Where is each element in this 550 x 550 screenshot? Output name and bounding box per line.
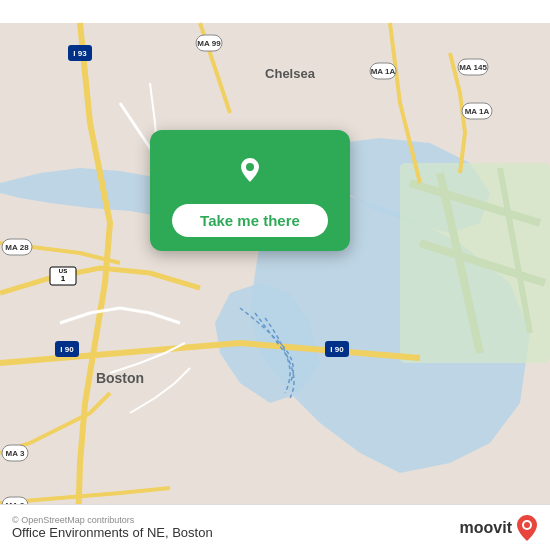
- svg-text:MA 28: MA 28: [5, 243, 29, 252]
- svg-text:MA 1A: MA 1A: [465, 107, 490, 116]
- location-card: Take me there: [150, 130, 350, 251]
- svg-text:Boston: Boston: [96, 370, 144, 386]
- bottom-bar: © OpenStreetMap contributors Office Envi…: [0, 504, 550, 550]
- moovit-text: moovit: [460, 519, 512, 537]
- bottom-left: © OpenStreetMap contributors Office Envi…: [12, 515, 213, 540]
- svg-text:I 90: I 90: [330, 345, 344, 354]
- svg-text:I 90: I 90: [60, 345, 74, 354]
- svg-point-38: [524, 522, 530, 528]
- svg-text:Chelsea: Chelsea: [265, 66, 316, 81]
- moovit-logo: moovit: [460, 514, 538, 542]
- svg-point-36: [246, 163, 254, 171]
- svg-text:1: 1: [61, 274, 66, 283]
- moovit-pin-icon: [516, 514, 538, 542]
- location-pin-icon: [228, 148, 272, 192]
- map-container: I 93 I 90 I 90 US 1 MA 99 MA 1A MA 1A MA…: [0, 0, 550, 550]
- map-background: I 93 I 90 I 90 US 1 MA 99 MA 1A MA 1A MA…: [0, 0, 550, 550]
- svg-text:I 93: I 93: [73, 49, 87, 58]
- svg-text:MA 3: MA 3: [6, 449, 25, 458]
- map-attribution: © OpenStreetMap contributors: [12, 515, 213, 525]
- take-me-there-button[interactable]: Take me there: [172, 204, 328, 237]
- location-name: Office Environments of NE, Boston: [12, 525, 213, 540]
- svg-text:MA 99: MA 99: [197, 39, 221, 48]
- svg-text:MA 145: MA 145: [459, 63, 487, 72]
- svg-text:MA 1A: MA 1A: [371, 67, 396, 76]
